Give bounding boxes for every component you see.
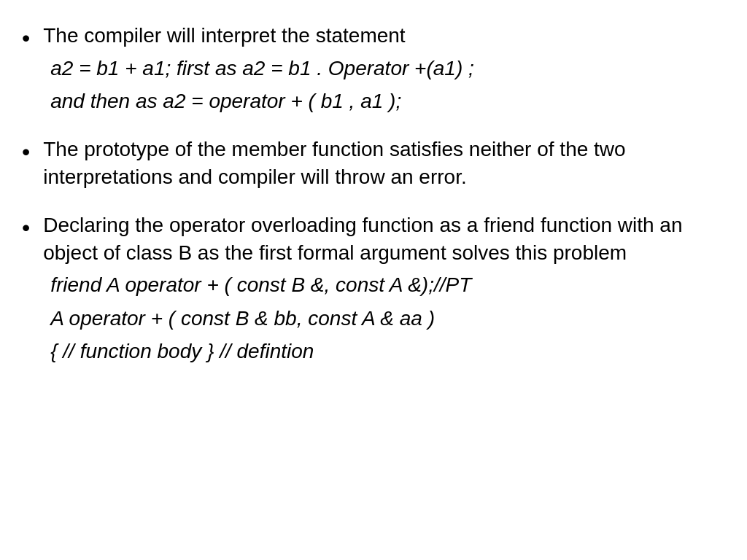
list-item-2: • The prototype of the member function s… xyxy=(22,136,718,191)
bullet1-content: The compiler will interpret the statemen… xyxy=(43,22,718,115)
bullet3-code2: A operator + ( const B & bb, const A & a… xyxy=(50,304,718,332)
bullet3-intro: Declaring the operator overloading funct… xyxy=(43,214,682,264)
bullet1-intro: The compiler will interpret the statemen… xyxy=(43,24,405,47)
bullet1-code2: and then as a2 = operator + ( b1 , a1 ); xyxy=(50,87,718,115)
bullet-icon-2: • xyxy=(22,137,30,168)
bullet3-code1: friend A operator + ( const B &, const A… xyxy=(50,271,718,299)
bullet3-content: Declaring the operator overloading funct… xyxy=(43,211,718,365)
list-item-3: • Declaring the operator overloading fun… xyxy=(22,211,718,365)
bullet2-content: The prototype of the member function sat… xyxy=(43,136,718,191)
bullet-icon-1: • xyxy=(22,23,30,54)
bullet2-text: The prototype of the member function sat… xyxy=(43,138,625,188)
list-item-1: • The compiler will interpret the statem… xyxy=(22,22,718,115)
bullet-icon-3: • xyxy=(22,213,30,244)
content-list: • The compiler will interpret the statem… xyxy=(22,22,718,365)
bullet3-code3: { // function body } // defintion xyxy=(50,337,718,365)
bullet1-code1: a2 = b1 + a1; first as a2 = b1 . Operato… xyxy=(50,54,718,82)
